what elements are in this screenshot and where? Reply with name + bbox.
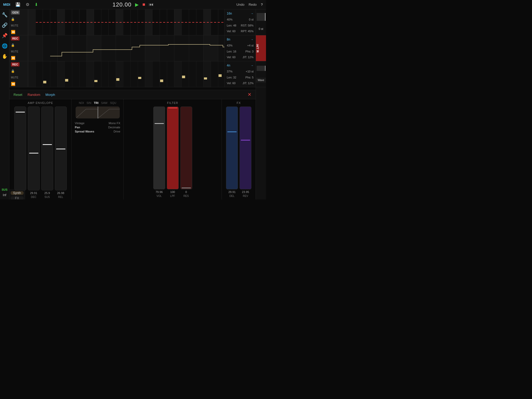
wave-cursor <box>98 107 98 118</box>
seq-row1-label[interactable]: GEN <box>11 10 20 15</box>
seq-row3-label[interactable]: REC <box>11 62 19 66</box>
seq-row2-grid[interactable] <box>28 35 224 61</box>
wave-display[interactable] <box>76 107 120 118</box>
seq-row1-grid[interactable] <box>28 9 224 35</box>
download-icon[interactable]: ⬇ <box>35 2 38 7</box>
seq-row1-arrow[interactable]: → <box>251 12 254 15</box>
rewind-button[interactable]: ⏮ <box>149 2 154 7</box>
seq-row2-arrow[interactable]: → <box>251 38 254 41</box>
link-icon[interactable]: 🔗 <box>2 22 8 28</box>
wave-label[interactable]: Wave <box>256 78 266 83</box>
seq-row2-jit: JIT: 12% <box>243 56 254 59</box>
redo-button[interactable]: Redo <box>249 3 257 6</box>
sus-label: SUS <box>44 196 50 198</box>
wave-opt-tri[interactable]: TRI <box>94 101 98 104</box>
mlpf-label[interactable]: M. LPF <box>256 43 266 54</box>
filter-title: FILTER <box>167 101 178 104</box>
seq-row3-lock-icon[interactable]: 🔒 <box>11 69 15 73</box>
seq-row1-note[interactable]: 16n <box>227 12 232 15</box>
wave-row-vintage: Vintage Mono FX <box>73 122 122 125</box>
reset-button[interactable]: Reset <box>14 93 22 97</box>
seq-row1-rst: RST: 58% <box>241 24 254 27</box>
amp-envelope-section: AMP ENVELOPE 1.96 ATK 29.91 DEC <box>9 99 72 200</box>
dec-value: 29.91 <box>30 191 37 195</box>
seq-row3-grid[interactable] <box>28 61 224 87</box>
vol-slider-track[interactable] <box>153 107 165 189</box>
help-button[interactable]: ? <box>261 3 263 6</box>
atk-slider-track[interactable] <box>14 107 26 190</box>
del-slider-track[interactable] <box>226 107 238 189</box>
lpf-slider-track[interactable] <box>167 107 179 189</box>
sequencer-row-1: GEN 🔒 MUTE ⏪ 16n → 40% 0 st Len: 48 <box>9 9 256 35</box>
seq-row2-lock-icon[interactable]: 🔒 <box>11 43 15 47</box>
seq-row3-st: +10 st <box>246 70 254 73</box>
wave-opt-sin[interactable]: SIN <box>87 101 91 104</box>
lpf-label: LPF <box>170 195 175 197</box>
hand-icon[interactable]: ✋ <box>2 54 8 59</box>
sequencer-row-2: REC 🔒 MUTE ⏪ 8n → 43% +4 st Len: 16 <box>9 35 256 61</box>
vol-slider-col: 79.96 VOL <box>153 107 165 197</box>
res-slider-track[interactable] <box>180 107 192 189</box>
transport-controls: 120.00 ▶ ■ ⏮ <box>112 1 154 8</box>
dec-slider-col: 29.91 DEC <box>28 107 40 198</box>
wave-opt-saw[interactable]: SAW <box>101 101 108 104</box>
synth-button[interactable]: Synth <box>11 191 24 195</box>
seq-row3-note[interactable]: 4n <box>227 64 230 67</box>
seq-row1-rewind-icon[interactable]: ⏪ <box>11 30 15 34</box>
settings-icon[interactable]: ⚙ <box>26 2 29 7</box>
fx-section: FX 29.91 DEL 23.95 REV <box>222 99 256 200</box>
filter-sliders: 79.96 VOL 100 LPF 0 RES <box>153 107 192 197</box>
sus-slider-track[interactable] <box>41 107 53 190</box>
dec-slider-track[interactable] <box>28 107 40 190</box>
decimate-label: Decimate <box>108 126 120 129</box>
save-icon[interactable]: 💾 <box>15 2 21 7</box>
fx-sliders: 29.91 DEL 23.95 REV <box>226 107 251 197</box>
wave-opt-squ[interactable]: SQU <box>110 101 116 104</box>
top-bar-left: MIDI 💾 ⚙ ⬇ <box>3 2 38 7</box>
bpm-display[interactable]: 120.00 <box>112 1 131 8</box>
seq-row2-label[interactable]: REC <box>11 36 19 41</box>
rel-label: REL <box>58 196 63 198</box>
seq-row2-mute[interactable]: MUTE <box>11 50 18 53</box>
seq-row1-pct: 40% <box>227 18 232 21</box>
seq-row3-params: 4n → 37% +10 st Len: 32 Phs: 5 Vel: 60 J… <box>224 61 256 87</box>
close-button[interactable]: ✕ <box>248 92 251 97</box>
seq-row1-left: GEN 🔒 MUTE ⏪ <box>9 9 28 35</box>
wave-opt-noi[interactable]: NOI <box>79 101 84 104</box>
fx-mode-button[interactable]: FX <box>11 196 24 200</box>
seq-row2-left: REC 🔒 MUTE ⏪ <box>9 35 28 61</box>
seq-row2-st: +4 st <box>247 44 254 47</box>
waveform-section: NOI SIN TRI SAW SQU Vintage Mono FX Pan <box>72 99 124 200</box>
sequencer-area: GEN 🔒 MUTE ⏪ 16n → 40% 0 st Len: 48 <box>9 9 256 90</box>
random-button[interactable]: Random <box>28 93 40 97</box>
seq-row3-mute[interactable]: MUTE <box>11 76 18 79</box>
pin-icon[interactable]: 📌 <box>2 33 8 38</box>
vol-value: 79.96 <box>156 190 163 194</box>
seq-row2-note[interactable]: 8n <box>227 38 230 41</box>
main-content: GEN 🔒 MUTE ⏪ 16n → 40% 0 st Len: 48 <box>9 9 266 200</box>
amp-envelope-title: AMP ENVELOPE <box>28 101 53 104</box>
wrench-icon[interactable]: 🔧 <box>2 12 8 18</box>
seq-row3-rewind-icon[interactable]: ⏪ <box>11 82 15 86</box>
vintage-label: Vintage <box>75 122 84 125</box>
drive-label: Drive <box>114 130 120 133</box>
undo-button[interactable]: Undo <box>236 3 244 6</box>
midi-button[interactable]: MIDI <box>3 3 10 6</box>
seq-row3-pct: 37% <box>227 70 232 73</box>
morph-button[interactable]: Morph <box>45 93 55 97</box>
globe-icon[interactable]: 🌐 <box>2 43 8 49</box>
monofx-label: Mono FX <box>109 122 120 125</box>
seq-row3-arrow[interactable]: → <box>251 64 254 67</box>
pan-label: Pan <box>75 126 80 129</box>
rev-slider-track[interactable] <box>240 107 251 189</box>
seq-row2-rewind-icon[interactable]: ⏪ <box>11 56 15 60</box>
res-value: 0 <box>185 190 187 194</box>
rel-slider-track[interactable] <box>55 107 67 190</box>
seq-row1-mute[interactable]: MUTE <box>11 24 18 27</box>
rev-value: 23.95 <box>242 190 249 194</box>
seq-row1-lock-icon[interactable]: 🔒 <box>11 17 15 21</box>
seq-row3-left: REC 🔒 MUTE ⏪ <box>9 61 28 87</box>
rel-slider-col: 26.98 REL <box>55 107 67 198</box>
play-button[interactable]: ▶ <box>135 2 139 8</box>
stop-button[interactable]: ■ <box>142 2 145 7</box>
